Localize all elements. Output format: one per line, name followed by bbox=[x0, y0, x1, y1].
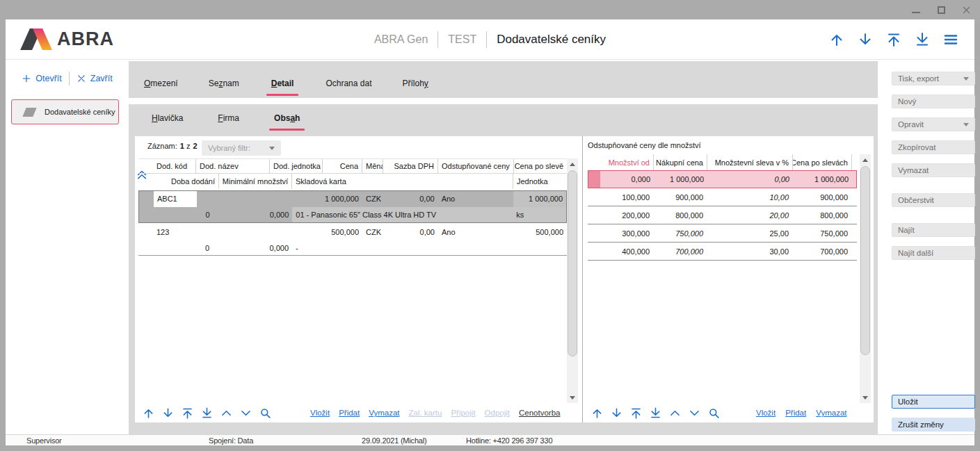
column-header-cena[interactable]: Cena bbox=[323, 159, 362, 173]
create-card-link[interactable]: Zal. kartu bbox=[408, 409, 442, 417]
scrollbar-thumb[interactable] bbox=[568, 170, 577, 356]
table-row[interactable]: 400,000 700,000 30,00 700,000 bbox=[588, 243, 857, 261]
chevron-down-icon[interactable] bbox=[688, 407, 701, 420]
tab-ochrana-dat[interactable]: Ochrana dat bbox=[326, 69, 371, 97]
cell-mena: CZK bbox=[362, 224, 383, 240]
left-table-scrollbar[interactable] bbox=[567, 158, 578, 403]
open-button[interactable]: Otevřít bbox=[22, 74, 62, 83]
menu-icon[interactable] bbox=[942, 31, 959, 48]
chevron-down-icon[interactable] bbox=[239, 407, 252, 420]
arrow-to-top-icon[interactable] bbox=[629, 407, 643, 420]
arrow-down-icon[interactable] bbox=[161, 407, 175, 420]
tab-obsah[interactable]: Obsah bbox=[274, 104, 300, 132]
arrow-up-icon[interactable] bbox=[142, 407, 155, 420]
delete-link[interactable]: Vymazat bbox=[369, 409, 399, 417]
insert-link[interactable]: Vložit bbox=[756, 409, 776, 417]
table-row[interactable]: 200,000 800,000 20,00 800,000 bbox=[588, 206, 857, 224]
refresh-button[interactable]: Občerstvit bbox=[892, 193, 975, 207]
table-row[interactable]: 123 500,000 CZK 0,00 Ano 500,000 0 0,000… bbox=[138, 224, 567, 256]
cell-cena-po-slevach: 1 000,000 bbox=[794, 171, 853, 188]
add-link[interactable]: Přidat bbox=[339, 409, 360, 417]
cell-mnozstvi-od: 100,000 bbox=[600, 188, 654, 206]
column-header-mnozstevni-sleva[interactable]: Množstevní sleva v % bbox=[707, 154, 793, 170]
column-header-nakupni-cena[interactable]: Nákupní cena bbox=[654, 154, 707, 170]
cell-sazba-dph: 0,00 bbox=[383, 224, 438, 240]
right-table-scrollbar[interactable] bbox=[860, 154, 871, 403]
status-connection: Spojení: Data bbox=[209, 436, 253, 445]
scroll-down-arrow[interactable] bbox=[567, 392, 578, 403]
tab-detail[interactable]: Detail bbox=[271, 69, 294, 97]
column-header-doba-dodani[interactable]: Doba dodání bbox=[138, 174, 219, 189]
close-agenda-button[interactable]: Zavřít bbox=[77, 74, 113, 83]
column-header-dod-nazev[interactable]: Dod. název bbox=[196, 159, 270, 173]
tab-omezeni[interactable]: Omezení bbox=[144, 69, 178, 97]
title-separator bbox=[437, 31, 438, 48]
cell-nakupni-cena: 800,000 bbox=[654, 206, 707, 224]
arrow-up-icon[interactable] bbox=[591, 407, 604, 420]
column-header-dod-jednotka[interactable]: Dod. jednotka bbox=[270, 159, 323, 173]
pricing-link[interactable]: Cenotvorba bbox=[519, 409, 560, 417]
arrow-to-bottom-icon[interactable] bbox=[200, 407, 214, 420]
column-header-cena-po-slevach[interactable]: Cena po slevách bbox=[793, 154, 852, 170]
column-header-minimalni-mnozstvi[interactable]: Minimální množství bbox=[219, 174, 292, 189]
column-header-mnozstvi-od[interactable]: Množství od bbox=[600, 154, 654, 170]
tab-prilohy[interactable]: Přílohy bbox=[402, 69, 428, 97]
arrow-to-top-icon[interactable] bbox=[181, 407, 194, 420]
scroll-up-arrow[interactable] bbox=[567, 158, 578, 170]
table-row[interactable]: 100,000 900,000 10,00 900,000 bbox=[588, 188, 857, 206]
cell-odstupnovane: Ano bbox=[438, 191, 514, 207]
filter-dropdown-label: Vybraný filtr: bbox=[208, 144, 250, 152]
cell-dod-kod-edit[interactable]: ABC1 bbox=[154, 191, 197, 207]
edit-button[interactable]: Opravit bbox=[892, 117, 975, 131]
column-header-cena-po-sleve[interactable]: Cena po slevě bbox=[514, 159, 567, 173]
find-next-button[interactable]: Najít další bbox=[892, 246, 975, 260]
arrow-down-icon[interactable] bbox=[857, 31, 874, 48]
tab-seznam[interactable]: Seznam bbox=[209, 69, 239, 97]
save-button[interactable]: Uložit bbox=[892, 395, 975, 409]
column-header-jednotka[interactable]: Jednotka bbox=[513, 174, 567, 189]
column-header-sazba-dph[interactable]: Sazba DPH bbox=[383, 159, 438, 173]
cell-cena-po-slevach: 800,000 bbox=[793, 206, 852, 224]
active-tab-underline bbox=[266, 94, 299, 96]
open-agenda-tab[interactable]: Dodavatelské ceníky bbox=[11, 99, 119, 124]
add-link[interactable]: Přidat bbox=[785, 409, 806, 417]
insert-link[interactable]: Vložit bbox=[310, 409, 330, 417]
delete-link[interactable]: Vymazat bbox=[816, 409, 846, 417]
delete-button[interactable]: Vymazat bbox=[892, 163, 975, 177]
chevron-up-icon[interactable] bbox=[668, 407, 682, 420]
print-export-button[interactable]: Tisk, export bbox=[892, 72, 975, 85]
abra-logo: ABRA bbox=[22, 27, 114, 51]
column-header-dod-kod[interactable]: Dod. kód bbox=[153, 159, 196, 173]
cancel-changes-button[interactable]: Zrušit změny bbox=[892, 418, 975, 432]
table-row-selected[interactable]: 0,000 1 000,000 0,00 1 000,000 bbox=[588, 170, 857, 188]
scroll-up-arrow[interactable] bbox=[860, 154, 871, 165]
attach-link[interactable]: Připojit bbox=[451, 409, 475, 417]
row-marker bbox=[588, 188, 600, 206]
scroll-down-arrow[interactable] bbox=[860, 392, 871, 403]
find-button[interactable]: Najít bbox=[892, 223, 975, 237]
scrollbar-thumb[interactable] bbox=[860, 166, 870, 355]
arrow-to-top-icon[interactable] bbox=[885, 31, 902, 48]
detach-link[interactable]: Odpojit bbox=[485, 409, 510, 417]
copy-button[interactable]: Zkopírovat bbox=[892, 140, 975, 154]
maximize-button[interactable] bbox=[935, 4, 947, 15]
close-button[interactable] bbox=[961, 4, 972, 15]
filter-dropdown[interactable]: Vybraný filtr: bbox=[202, 140, 281, 156]
arrow-down-icon[interactable] bbox=[610, 407, 623, 420]
tab-hlavicka[interactable]: Hlavička bbox=[152, 104, 183, 132]
search-icon[interactable] bbox=[259, 407, 272, 420]
tabs-divider-strip bbox=[129, 98, 878, 104]
arrow-to-bottom-icon[interactable] bbox=[649, 407, 662, 420]
table-row-selected[interactable]: ABC1 1 000,000 CZK 0,00 Ano 1 000,000 0 … bbox=[138, 190, 567, 223]
table-row[interactable]: 300,000 750,000 25,00 750,000 bbox=[588, 224, 857, 243]
column-header-mena[interactable]: Měna bbox=[362, 159, 383, 173]
column-header-odstupnovane-ceny[interactable]: Odstupňované ceny bbox=[438, 159, 514, 173]
arrow-up-icon[interactable] bbox=[828, 31, 845, 48]
search-icon[interactable] bbox=[707, 407, 721, 420]
arrow-to-bottom-icon[interactable] bbox=[914, 31, 931, 48]
minimize-button[interactable] bbox=[910, 4, 922, 15]
chevron-up-icon[interactable] bbox=[220, 407, 233, 420]
new-button[interactable]: Nový bbox=[892, 95, 975, 108]
column-header-skladova-karta[interactable]: Skladová karta bbox=[292, 174, 513, 189]
tab-firma[interactable]: Firma bbox=[218, 104, 239, 132]
